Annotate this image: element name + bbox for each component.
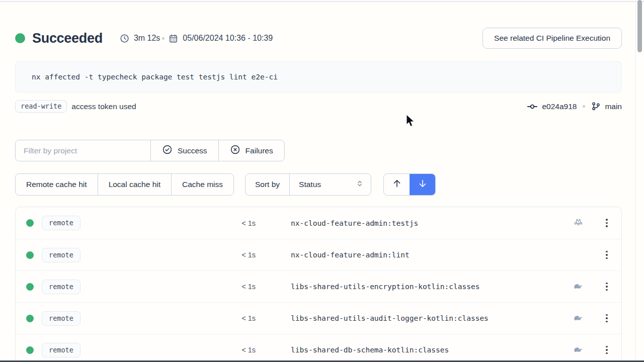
chevron-up-down-icon [356, 179, 364, 190]
task-list: remote < 1s nx-cloud-feature-admin:testj… [15, 207, 622, 362]
remote-cache-hit-button[interactable]: Remote cache hit [16, 174, 98, 195]
task-runner-cell [564, 343, 592, 357]
date-range-label: 05/06/2024 10:36 - 10:39 [183, 34, 273, 43]
filter-row: Success Failures [15, 140, 622, 161]
duration-label: 3m 12s [134, 34, 160, 43]
task-duration: < 1s [227, 346, 256, 354]
cache-source-badge: remote [42, 216, 80, 230]
separator-dot [583, 105, 585, 108]
git-branch-icon [591, 102, 601, 111]
task-success-dot [26, 219, 34, 227]
task-duration: < 1s [227, 283, 256, 291]
task-row-left: remote [26, 248, 227, 262]
task-menu-button[interactable] [592, 248, 621, 262]
arrow-down-icon [418, 178, 428, 191]
cache-source-badge: remote [42, 311, 80, 326]
commit-sha[interactable]: e024a918 [542, 102, 577, 111]
clock-icon [120, 34, 129, 43]
success-filter-button[interactable]: Success [150, 140, 218, 161]
task-runner-cell [564, 312, 592, 325]
local-cache-hit-button[interactable]: Local cache hit [98, 174, 171, 195]
token-row: read-write access token used e024a918 ma… [15, 100, 622, 113]
cache-filter-group: Remote cache hit Local cache hit Cache m… [15, 173, 234, 196]
task-duration: < 1s [227, 251, 256, 259]
task-name[interactable]: nx-cloud-feature-admin:lint [256, 251, 564, 259]
success-filter-label: Success [178, 146, 207, 155]
task-row[interactable]: remote < 1s libs-shared-utils-encryption… [16, 270, 621, 302]
task-success-dot [26, 315, 34, 322]
arrow-up-icon [392, 178, 402, 191]
task-success-dot [26, 251, 34, 259]
sort-by-label: Sort by [246, 174, 289, 195]
date-meta: 05/06/2024 10:36 - 10:39 [169, 34, 273, 43]
run-details-page: Succeeded 3m 12s 05/06/2024 10:36 - 10:3… [15, 0, 622, 362]
access-token-badge: read-write [15, 100, 67, 113]
vcs-info: e024a918 main [527, 101, 622, 112]
controls-row: Remote cache hit Local cache hit Cache m… [15, 173, 622, 196]
kebab-icon [603, 311, 611, 326]
task-row-left: remote [26, 216, 227, 230]
see-related-ci-pipeline-button[interactable]: See related CI Pipeline Execution [482, 28, 622, 49]
scrollbar-thumb[interactable] [637, 0, 642, 52]
separator-dot [162, 37, 165, 40]
page-title: Succeeded [32, 31, 103, 46]
sort-group: Sort by Status [245, 173, 371, 196]
jest-icon [573, 216, 584, 230]
task-row[interactable]: remote < 1s nx-cloud-feature-admin:testj… [16, 207, 621, 239]
gradle-icon [573, 280, 584, 294]
failures-filter-label: Failures [246, 146, 273, 155]
task-row[interactable]: remote < 1s nx-cloud-feature-admin:lint [16, 239, 621, 270]
cache-miss-button[interactable]: Cache miss [171, 174, 233, 195]
task-runner-cell [564, 280, 592, 294]
sort-direction-group [383, 173, 436, 196]
task-duration: < 1s [227, 314, 256, 322]
task-name[interactable]: libs-shared-utils-encryption-kotlin:clas… [256, 283, 564, 291]
filter-by-project-input[interactable] [16, 140, 150, 161]
run-command-box: nx affected -t typecheck package test te… [15, 61, 622, 93]
scrollbar-track[interactable] [635, 0, 644, 362]
task-row-left: remote [26, 280, 227, 294]
sort-status-select[interactable]: Status [289, 174, 371, 195]
task-menu-button[interactable] [592, 280, 621, 294]
kebab-icon [603, 343, 611, 357]
access-token-text: access token used [71, 102, 136, 111]
kebab-icon [603, 248, 611, 262]
cache-source-badge: remote [42, 248, 80, 262]
branch-name[interactable]: main [605, 102, 622, 111]
sort-ascending-button[interactable] [384, 174, 410, 195]
task-success-dot [26, 283, 34, 291]
commit-icon [527, 101, 538, 112]
x-circle-icon [230, 144, 240, 157]
task-name[interactable]: nx-cloud-feature-admin:testjs [256, 219, 564, 227]
task-row-left: remote [26, 311, 227, 326]
task-menu-button[interactable] [592, 216, 621, 230]
task-name[interactable]: libs-shared-utils-audit-logger-kotlin:cl… [256, 314, 564, 322]
failures-filter-button[interactable]: Failures [218, 140, 284, 161]
task-menu-button[interactable] [592, 311, 621, 326]
task-row[interactable]: remote < 1s libs-shared-db-schema-kotlin… [16, 334, 621, 362]
kebab-icon [603, 216, 611, 230]
project-filter-group: Success Failures [15, 140, 285, 161]
task-menu-button[interactable] [592, 343, 621, 357]
duration-meta: 3m 12s [120, 34, 160, 43]
cache-source-badge: remote [42, 343, 80, 357]
task-duration: < 1s [227, 219, 256, 227]
task-row[interactable]: remote < 1s libs-shared-utils-audit-logg… [16, 302, 621, 334]
task-row-left: remote [26, 343, 227, 357]
task-success-dot [26, 346, 34, 354]
gradle-icon [573, 312, 584, 325]
task-runner-cell [564, 216, 592, 230]
calendar-icon [169, 34, 178, 43]
run-header: Succeeded 3m 12s 05/06/2024 10:36 - 10:3… [15, 28, 622, 49]
status-success-dot [15, 33, 25, 43]
cache-source-badge: remote [42, 280, 80, 294]
gradle-icon [573, 343, 584, 357]
sort-descending-button[interactable] [410, 174, 435, 195]
task-name[interactable]: libs-shared-db-schema-kotlin:classes [256, 346, 564, 354]
kebab-icon [603, 280, 611, 294]
check-circle-icon [162, 144, 173, 157]
sort-selected-value: Status [299, 180, 321, 189]
